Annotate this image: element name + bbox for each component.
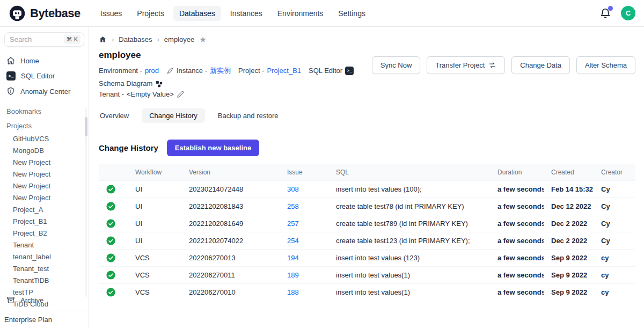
sidebar-scrollbar-thumb[interactable] bbox=[85, 117, 87, 136]
page-actions: Sync Now Transfer Project Change Data Al… bbox=[372, 56, 635, 74]
created-cell: Dec 2 2022 bbox=[544, 232, 594, 250]
bookmarks-section-label: Bookmarks bbox=[4, 105, 84, 118]
created-cell: Feb 14 15:32 bbox=[544, 181, 594, 198]
table-row[interactable]: UI20221202081649257create table test789 … bbox=[99, 215, 635, 232]
project-item[interactable]: MongoDB bbox=[4, 145, 84, 157]
database-tabs: Overview Change History Backup and resto… bbox=[99, 108, 635, 128]
issue-link[interactable]: 257 bbox=[287, 220, 299, 228]
sql-cell: create table test78 (id int PRIMARY KEY) bbox=[328, 198, 490, 215]
sidebar-item-sql-editor[interactable]: >_ SQL Editor bbox=[4, 68, 84, 84]
instance-engine-icon bbox=[166, 67, 174, 75]
version-cell: 20221202074022 bbox=[181, 232, 280, 250]
transfer-project-button[interactable]: Transfer Project bbox=[427, 56, 505, 74]
environment-link[interactable]: prod bbox=[145, 65, 159, 76]
workflow-cell: UI bbox=[128, 232, 181, 250]
project-item[interactable]: Tenant_test bbox=[4, 263, 84, 275]
instance-label: Instance - bbox=[177, 65, 207, 76]
table-row[interactable]: VCS202206270013194insert into test value… bbox=[99, 250, 635, 267]
tab-change-history[interactable]: Change History bbox=[142, 108, 205, 123]
sql-cell: insert into test values(1) bbox=[328, 267, 490, 284]
project-item[interactable]: tenant_label bbox=[4, 251, 84, 263]
edit-pencil-icon[interactable] bbox=[177, 91, 184, 98]
breadcrumb-databases[interactable]: Databases bbox=[119, 35, 152, 43]
issue-link[interactable]: 254 bbox=[287, 237, 299, 245]
sql-cell: create table test123 (id int PRIMARY KEY… bbox=[328, 232, 490, 250]
issue-link[interactable]: 189 bbox=[287, 271, 299, 279]
duration-cell: a few seconds bbox=[490, 232, 544, 250]
change-history-title: Change History bbox=[99, 143, 158, 152]
nav-item-environments[interactable]: Environments bbox=[272, 6, 330, 21]
breadcrumb: › Databases › employee ★ bbox=[99, 35, 635, 43]
success-status-icon bbox=[106, 202, 115, 211]
alter-schema-button[interactable]: Alter Schema bbox=[576, 56, 635, 74]
creator-cell: cy bbox=[594, 267, 635, 284]
project-item[interactable]: New Project bbox=[4, 157, 84, 169]
search-input[interactable] bbox=[10, 35, 56, 43]
nav-item-projects[interactable]: Projects bbox=[131, 6, 170, 21]
avatar[interactable]: C bbox=[621, 6, 635, 20]
projects-list: GitHubVCSMongoDBNew ProjectNew ProjectNe… bbox=[4, 133, 84, 310]
table-row[interactable]: UI20221202074022254create table test123 … bbox=[99, 232, 635, 250]
sidebar-item-label: SQL Editor bbox=[21, 72, 55, 80]
project-item[interactable]: Project_A bbox=[4, 204, 84, 216]
sidebar: ⌘ K Home >_ SQL Editor bbox=[0, 27, 89, 329]
workflow-cell: UI bbox=[128, 181, 181, 198]
duration-cell: a few seconds bbox=[490, 267, 544, 284]
project-item[interactable]: New Project bbox=[4, 192, 84, 204]
nav-item-instances[interactable]: Instances bbox=[224, 6, 268, 21]
establish-baseline-button[interactable]: Establish new baseline bbox=[167, 140, 259, 156]
brand-name: Bytebase bbox=[30, 6, 80, 20]
transfer-arrows-icon bbox=[488, 61, 496, 69]
sync-now-button[interactable]: Sync Now bbox=[372, 56, 421, 74]
bookmark-star-icon[interactable]: ★ bbox=[199, 35, 206, 43]
sql-cell: insert into test values (123) bbox=[328, 250, 490, 267]
bytebase-logo[interactable]: Bytebase bbox=[9, 5, 80, 22]
issue-link[interactable]: 194 bbox=[287, 254, 299, 262]
project-item[interactable]: New Project bbox=[4, 180, 84, 192]
workflow-cell: VCS bbox=[128, 267, 181, 284]
project-link[interactable]: Project_B1 bbox=[267, 65, 301, 76]
main-nav: IssuesProjectsDatabasesInstancesEnvironm… bbox=[94, 6, 371, 21]
project-item[interactable]: Project_B1 bbox=[4, 216, 84, 228]
nav-item-settings[interactable]: Settings bbox=[332, 6, 371, 21]
nav-item-issues[interactable]: Issues bbox=[94, 6, 128, 21]
duration-cell: a few seconds bbox=[490, 215, 544, 232]
issue-link[interactable]: 258 bbox=[287, 202, 299, 210]
sql-editor-shortcut[interactable]: SQL Editor >_ bbox=[309, 65, 354, 76]
issue-link[interactable]: 188 bbox=[287, 288, 299, 296]
project-item[interactable]: GitHubVCS bbox=[4, 133, 84, 145]
breadcrumb-home-icon[interactable] bbox=[99, 35, 107, 43]
nav-item-databases[interactable]: Databases bbox=[173, 6, 221, 21]
table-row[interactable]: UI20221202081843258create table test78 (… bbox=[99, 198, 635, 215]
workflow-cell: UI bbox=[128, 198, 181, 215]
instance-link[interactable]: 新实例 bbox=[210, 65, 231, 76]
tab-overview[interactable]: Overview bbox=[99, 108, 130, 123]
tenant-value: <Empty Value> bbox=[127, 89, 174, 100]
version-cell: 202206270011 bbox=[181, 267, 280, 284]
table-row[interactable]: VCS202206270011189insert into test value… bbox=[99, 267, 635, 284]
table-row[interactable]: VCS202206270010188insert into test value… bbox=[99, 284, 635, 301]
terminal-icon: >_ bbox=[345, 67, 354, 75]
project-label: Project - bbox=[238, 65, 264, 76]
success-status-icon bbox=[106, 253, 115, 262]
tab-backup-and-restore[interactable]: Backup and restore bbox=[217, 108, 280, 123]
change-data-button[interactable]: Change Data bbox=[511, 56, 570, 74]
breadcrumb-current: employee bbox=[164, 35, 194, 43]
project-item[interactable]: Project_B2 bbox=[4, 228, 84, 239]
project-item[interactable]: TenantTiDB bbox=[4, 275, 84, 287]
version-cell: 20221202081649 bbox=[181, 215, 280, 232]
database-meta-row-2: Tenant - <Empty Value> bbox=[99, 89, 410, 100]
sidebar-item-anomaly-center[interactable]: Anomaly Center bbox=[4, 84, 84, 99]
sidebar-item-archive[interactable]: Archive bbox=[4, 293, 84, 308]
project-item[interactable]: Tenant bbox=[4, 239, 84, 251]
sidebar-item-home[interactable]: Home bbox=[4, 53, 84, 68]
notifications-button[interactable] bbox=[599, 8, 611, 19]
schema-diagram-shortcut[interactable]: Schema Diagram bbox=[99, 78, 163, 89]
project-item[interactable]: New Project bbox=[4, 169, 84, 180]
issue-link[interactable]: 308 bbox=[287, 185, 299, 193]
home-icon bbox=[6, 56, 15, 65]
projects-section-label: Projects bbox=[4, 120, 84, 132]
search-box[interactable]: ⌘ K bbox=[4, 32, 84, 47]
table-row[interactable]: UI20230214072448308insert into test valu… bbox=[99, 181, 635, 198]
terminal-icon: >_ bbox=[6, 71, 16, 81]
